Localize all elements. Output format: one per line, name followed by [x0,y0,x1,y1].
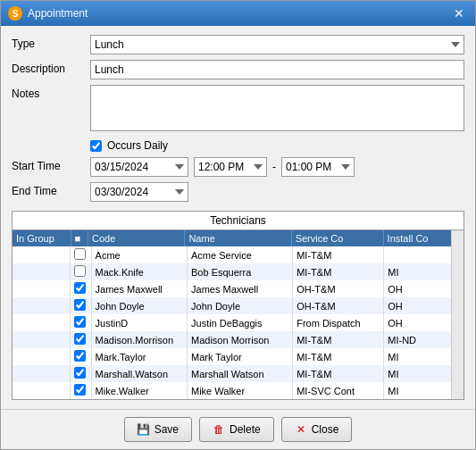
ingroup-cell [13,246,70,263]
row-checkbox[interactable] [74,367,86,379]
appointment-window: S Appointment ✕ Type Lunch Description [0,0,476,450]
type-select[interactable]: Lunch [90,35,464,54]
delete-icon: 🗑 [213,423,225,436]
occurs-daily-label: Occurs Daily [107,139,168,152]
app-icon: S [8,6,22,21]
row-checkbox[interactable] [74,265,86,277]
end-time-select[interactable]: 01:00 PM [281,157,355,177]
name-cell: Acme Service [188,246,293,263]
name-cell: Marshall Watson [188,365,293,382]
check-cell [70,331,91,348]
col-installco: Install Co [383,230,451,246]
code-cell: James Maxwell [91,280,187,297]
check-cell [70,365,91,382]
col-name: Name [185,230,291,246]
start-time-row: Start Time 03/15/2024 12:00 PM - 01:00 P… [12,157,464,177]
check-cell [70,280,91,297]
footer: 💾 Save 🗑 Delete ✕ Close [1,409,475,449]
table-scroll[interactable]: AcmeAcme ServiceMI-T&MMack.KnifeBob Esqu… [13,246,451,399]
close-label: Close [312,423,339,436]
row-checkbox[interactable] [74,248,86,260]
technicians-table: In Group ■ Code Name Service Co Install … [13,230,451,246]
serviceco-cell: MI-T&M [293,348,384,365]
save-button[interactable]: 💾 Save [124,417,192,442]
code-cell: Mack.Knife [91,263,187,280]
scrollbar[interactable] [451,230,463,399]
start-time-select[interactable]: 12:00 PM [194,157,267,177]
ingroup-cell [13,314,70,331]
check-cell [70,314,91,331]
close-button[interactable]: ✕ Close [281,417,353,442]
row-checkbox[interactable] [74,384,86,396]
description-row: Description [12,60,464,79]
title-bar-left: S Appointment [8,6,88,21]
row-checkbox[interactable] [74,333,86,345]
ingroup-cell [13,365,70,382]
code-cell: Mark.Taylor [91,348,187,365]
start-time-controls: 03/15/2024 12:00 PM - 01:00 PM [90,157,355,177]
name-cell: John Doyle [188,297,293,314]
type-row: Type Lunch [12,35,464,54]
end-time-label: End Time [12,182,83,197]
name-cell: James Maxwell [188,280,293,297]
installco-cell: MI [384,348,451,365]
row-checkbox[interactable] [74,316,86,328]
installco-cell [384,246,451,263]
description-input[interactable] [90,60,464,79]
technicians-section: Technicians In Group ■ Code Name Service… [12,211,464,400]
code-cell: Mike.Walker [91,382,187,399]
name-cell: Mike Walker [188,382,293,399]
col-ingroup: In Group [13,230,71,246]
start-date-select[interactable]: 03/15/2024 [90,157,188,177]
end-time-row: End Time 03/30/2024 [12,182,464,202]
check-cell [70,382,91,399]
table-wrapper: In Group ■ Code Name Service Co Install … [13,230,451,399]
end-date-select[interactable]: 03/30/2024 [90,182,188,202]
type-label: Type [12,35,83,50]
close-icon: ✕ [295,423,307,436]
installco-cell: MI [384,263,451,280]
table-row: Mack.KnifeBob EsquerraMI-T&MMI [13,263,451,280]
row-checkbox[interactable] [74,282,86,294]
occurs-daily-checkbox[interactable] [90,140,102,152]
name-cell: Mark Taylor [188,348,293,365]
table-row: Mike.WalkerMike WalkerMI-SVC ContMI [13,382,451,399]
serviceco-cell: From Dispatch [293,314,384,331]
row-checkbox[interactable] [74,350,86,362]
col-check: ■ [71,230,88,246]
table-row: James MaxwellJames MaxwellOH-T&MOH [13,280,451,297]
notes-label: Notes [12,85,83,100]
delete-button[interactable]: 🗑 Delete [199,417,274,442]
installco-cell: MI-ND [384,331,451,348]
notes-control [90,85,464,134]
ingroup-cell [13,382,70,399]
name-cell: Madison Morrison [188,331,293,348]
check-cell [70,297,91,314]
row-checkbox[interactable] [74,299,86,311]
check-cell [70,348,91,365]
end-time-controls: 03/30/2024 [90,182,188,202]
notes-textarea[interactable] [90,85,464,131]
name-cell: Bob Esquerra [188,263,293,280]
code-cell: Madison.Morrison [91,331,187,348]
name-cell: Justin DeBaggis [188,314,293,331]
code-cell: Acme [91,246,187,263]
table-row: JustinDJustin DeBaggisFrom DispatchOH [13,314,451,331]
save-icon: 💾 [138,423,150,436]
window-close-button[interactable]: ✕ [450,4,468,22]
table-row: Mark.TaylorMark TaylorMI-T&MMI [13,348,451,365]
table-row: John DoyleJohn DoyleOH-T&MOH [13,297,451,314]
ingroup-cell [13,297,70,314]
installco-cell: MI [384,365,451,382]
ingroup-cell [13,280,70,297]
check-cell [70,263,91,280]
installco-cell: MI [384,382,451,399]
occurs-row: Occurs Daily [90,139,464,152]
serviceco-cell: MI-T&M [293,263,384,280]
title-bar: S Appointment ✕ [1,1,475,26]
code-cell: John Doyle [91,297,187,314]
table-header: In Group ■ Code Name Service Co Install … [13,230,451,246]
time-separator: - [272,161,276,173]
serviceco-cell: OH-T&M [293,297,384,314]
serviceco-cell: MI-T&M [293,246,384,263]
